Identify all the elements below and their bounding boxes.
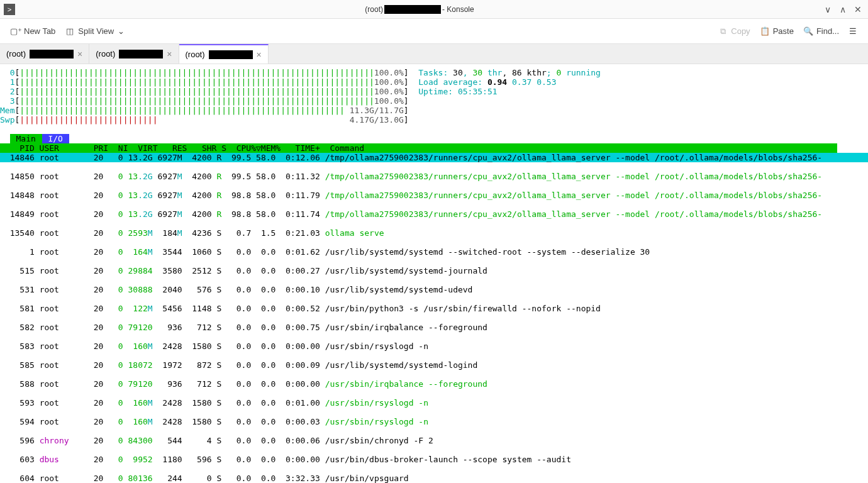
new-tab-button[interactable]: ▢⁺ New Tab xyxy=(6,24,60,38)
tab-label: (root) xyxy=(186,50,205,59)
copy-icon: ⧉ xyxy=(718,27,727,36)
tab-bar: (root) ×(root) ×(root) × xyxy=(0,44,868,64)
find-label: Find... xyxy=(816,26,839,36)
tab-redacted xyxy=(119,50,163,58)
paste-button[interactable]: 📋 Paste xyxy=(755,24,799,38)
find-button[interactable]: 🔍 Find... xyxy=(799,24,844,38)
tab-redacted xyxy=(209,50,253,59)
close-icon[interactable]: × xyxy=(77,49,82,59)
paste-icon: 📋 xyxy=(760,27,769,36)
copy-label: Copy xyxy=(731,26,750,36)
split-view-icon: ◫ xyxy=(65,27,74,36)
split-view-label: Split View xyxy=(78,26,114,36)
titlebar: > (root) - Konsole ∨ ∧ ✕ xyxy=(0,0,868,19)
chevron-down-icon: ⌄ xyxy=(118,26,125,36)
split-view-button[interactable]: ◫ Split View ⌄ xyxy=(60,24,130,38)
terminal-tab-2[interactable]: (root) × xyxy=(179,44,269,64)
toolbar: ▢⁺ New Tab ◫ Split View ⌄ ⧉ Copy 📋 Paste… xyxy=(0,19,868,44)
close-button[interactable]: ✕ xyxy=(852,3,864,16)
terminal-tab-1[interactable]: (root) × xyxy=(89,44,179,64)
copy-button[interactable]: ⧉ Copy xyxy=(713,24,755,38)
close-icon[interactable]: × xyxy=(257,50,262,60)
tab-label: (root) xyxy=(96,49,115,58)
terminal[interactable]: 0[||||||||||||||||||||||||||||||||||||||… xyxy=(0,64,868,483)
title-suffix: - Konsole xyxy=(442,5,474,14)
tab-redacted xyxy=(30,50,74,58)
close-icon[interactable]: × xyxy=(167,49,172,59)
new-tab-label: New Tab xyxy=(24,26,55,36)
hamburger-icon: ☰ xyxy=(849,26,857,36)
window-title: (root) - Konsole xyxy=(20,5,819,14)
search-icon: 🔍 xyxy=(804,27,813,36)
minimize-button[interactable]: ∨ xyxy=(821,3,834,16)
title-redacted xyxy=(384,5,441,14)
title-prefix: (root) xyxy=(365,5,383,14)
tab-label: (root) xyxy=(6,49,26,58)
paste-label: Paste xyxy=(773,26,794,36)
app-icon: > xyxy=(4,4,15,15)
new-tab-icon: ▢⁺ xyxy=(11,27,20,36)
menu-button[interactable]: ☰ xyxy=(844,24,862,38)
maximize-button[interactable]: ∧ xyxy=(837,3,849,16)
terminal-tab-0[interactable]: (root) × xyxy=(0,44,89,64)
